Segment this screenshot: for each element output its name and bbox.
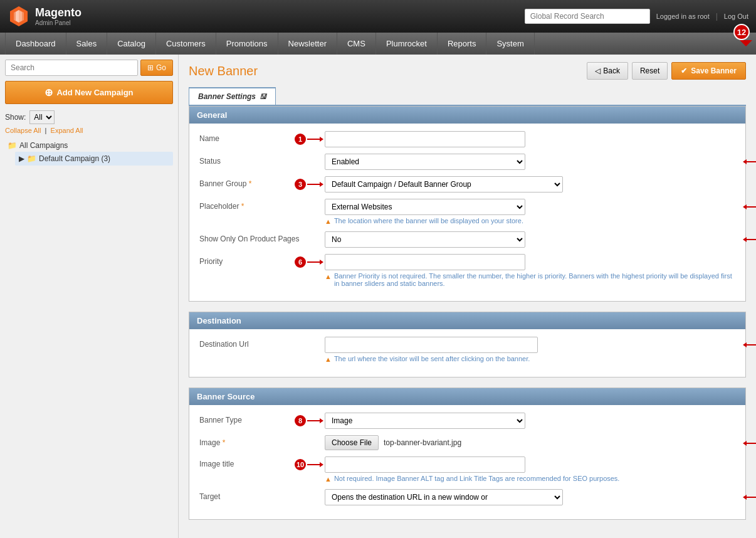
separator: |: [716, 12, 718, 21]
banner-group-select[interactable]: Default Campaign / Default Banner Group: [325, 176, 563, 193]
arrow-3-head: [320, 182, 323, 187]
arrow-1-head: [320, 137, 323, 142]
header-right: Logged in as root | Log Out: [525, 9, 748, 24]
annotation-9: 9: [743, 436, 756, 450]
nav-item-promotions[interactable]: Promotions: [216, 33, 278, 55]
tab-banner-settings[interactable]: Banner Settings 🖫: [189, 87, 276, 105]
arrow-8-line: [307, 420, 320, 421]
nav-item-cms[interactable]: CMS: [337, 33, 376, 55]
field-status-field: Enabled Disabled 2: [325, 154, 735, 170]
hint-icon-2: ▲: [325, 273, 332, 280]
priority-hint: ▲ Banner Priority is not required. The s…: [325, 272, 735, 287]
svg-marker-2: [16, 10, 19, 23]
back-button[interactable]: ◁ Back: [587, 62, 628, 80]
status-select[interactable]: Enabled Disabled: [325, 154, 525, 170]
arrow-5-line: [747, 239, 756, 240]
save-banner-button[interactable]: ✔ Save Banner: [671, 62, 746, 80]
field-name-field: 1 Banner on External Websites: [325, 131, 735, 147]
tree-all-campaigns[interactable]: 📁 All Campaigns: [5, 139, 173, 152]
arrow-6-head: [320, 260, 323, 265]
dest-url-hint: ▲ The url where the visitor will be sent…: [325, 355, 735, 363]
nav-item-reports[interactable]: Reports: [438, 33, 487, 55]
all-campaigns-label: All Campaigns: [19, 141, 68, 150]
tree-default-campaign[interactable]: ▶ 📁 Default Campaign (3): [15, 152, 173, 166]
field-show-product-field: No Yes 5: [325, 231, 735, 248]
tree-sub: ▶ 📁 Default Campaign (3): [5, 152, 173, 166]
badge-8: 8: [293, 414, 307, 428]
search-bar: ⊞ Go: [5, 60, 173, 76]
name-input[interactable]: Banner on External Websites: [325, 131, 525, 147]
field-status-label: Status: [199, 154, 325, 166]
logo-subtitle: Admin Panel: [35, 19, 81, 26]
arrow-6-line: [307, 261, 320, 263]
banner-type-select[interactable]: Image HTML: [325, 413, 525, 429]
target-select[interactable]: Opens the destination URL in a new windo…: [325, 489, 563, 505]
filename-display: top-banner-bvariant.jpg: [384, 438, 461, 447]
reset-button[interactable]: Reset: [632, 62, 668, 80]
badge-1: 1: [293, 132, 307, 146]
choose-file-button[interactable]: Choose File: [325, 435, 379, 450]
annotation-2: 2: [743, 155, 756, 169]
sidebar: ⊞ Go ⊕ Add New Campaign Show: All Collap…: [0, 55, 179, 538]
badge-10: 10: [293, 458, 307, 472]
placeholder-label-text: Placeholder: [199, 202, 239, 211]
field-placeholder-field: External Websites 4 ▲ The location where…: [325, 199, 735, 225]
arrow-2-line: [747, 161, 756, 162]
sidebar-go-button[interactable]: ⊞ Go: [140, 60, 173, 76]
section-banner-source-body: Banner Type 8 Image HTML: [189, 405, 745, 519]
folder-icon: 📁: [8, 141, 17, 150]
section-general: General Name 1 Banner on External Websit…: [189, 106, 746, 302]
nav-item-plumrocket[interactable]: Plumrocket: [376, 33, 438, 55]
annotation-4: 4: [743, 200, 756, 214]
section-banner-source-header: Banner Source: [189, 388, 745, 405]
plus-icon: ⊕: [45, 87, 53, 98]
field-target-label: Target: [199, 489, 325, 501]
image-title-input[interactable]: [325, 456, 525, 473]
field-dest-url-row: Destination Url http://yourdomain.com/wo…: [199, 337, 735, 363]
priority-input[interactable]: 4: [325, 254, 525, 270]
logout-link[interactable]: Log Out: [724, 13, 748, 20]
nav-item-newsletter[interactable]: Newsletter: [278, 33, 337, 55]
svg-marker-3: [19, 10, 22, 23]
main-nav: Dashboard Sales Catalog Customers Promot…: [0, 33, 756, 55]
login-status: Logged in as root: [656, 13, 710, 20]
arrow-10-head: [320, 462, 323, 467]
field-image-field: Choose File top-banner-bvariant.jpg 9: [325, 435, 735, 450]
sidebar-search-input[interactable]: [5, 60, 138, 76]
nav-item-customers[interactable]: Customers: [156, 33, 216, 55]
expand-all-link[interactable]: Expand All: [51, 127, 83, 134]
section-general-header: General: [189, 107, 745, 124]
logo-text-area: Magento Admin Panel: [35, 6, 81, 26]
badge-6: 6: [293, 255, 307, 269]
tab-icon: 🖫: [260, 93, 266, 100]
field-name-row: Name 1 Banner on External Websites: [199, 131, 735, 147]
annotation-5: 5: [743, 233, 756, 246]
step-12-badge: 12: [733, 24, 750, 40]
global-search-input[interactable]: [525, 9, 650, 24]
collapse-all-link[interactable]: Collapse All: [5, 127, 41, 134]
show-product-select[interactable]: No Yes: [325, 231, 525, 248]
arrow-7-line: [747, 344, 756, 345]
banner-group-label-text: Banner Group: [199, 179, 246, 188]
field-target-row: Target Opens the destination URL in a ne…: [199, 489, 735, 505]
show-select[interactable]: All: [29, 110, 55, 124]
field-show-product-row: Show Only On Product Pages No Yes 5: [199, 231, 735, 248]
field-target-field: Opens the destination URL in a new windo…: [325, 489, 735, 505]
default-campaign-label: Default Campaign (3): [39, 154, 110, 163]
arrow-3-line: [307, 184, 320, 185]
arrow-11-line: [747, 497, 756, 498]
field-placeholder-label: Placeholder *: [199, 199, 325, 211]
add-campaign-button[interactable]: ⊕ Add New Campaign: [5, 81, 173, 104]
save-icon: ✔: [681, 66, 687, 75]
nav-item-sales[interactable]: Sales: [66, 33, 108, 55]
arrow-1-line: [307, 139, 320, 140]
field-image-label: Image *: [199, 435, 325, 447]
nav-item-system[interactable]: System: [486, 33, 534, 55]
section-banner-source: Banner Source Banner Type 8 Image: [189, 388, 746, 520]
placeholder-select[interactable]: External Websites: [325, 199, 525, 215]
field-banner-group-field: 3 Default Campaign / Default Banner Grou…: [325, 176, 735, 193]
nav-item-dashboard[interactable]: Dashboard: [5, 33, 66, 55]
nav-item-catalog[interactable]: Catalog: [107, 33, 156, 55]
section-destination: Destination Destination Url http://yourd…: [189, 312, 746, 377]
destination-url-input[interactable]: http://yourdomain.com/women/sale.html: [325, 337, 538, 353]
